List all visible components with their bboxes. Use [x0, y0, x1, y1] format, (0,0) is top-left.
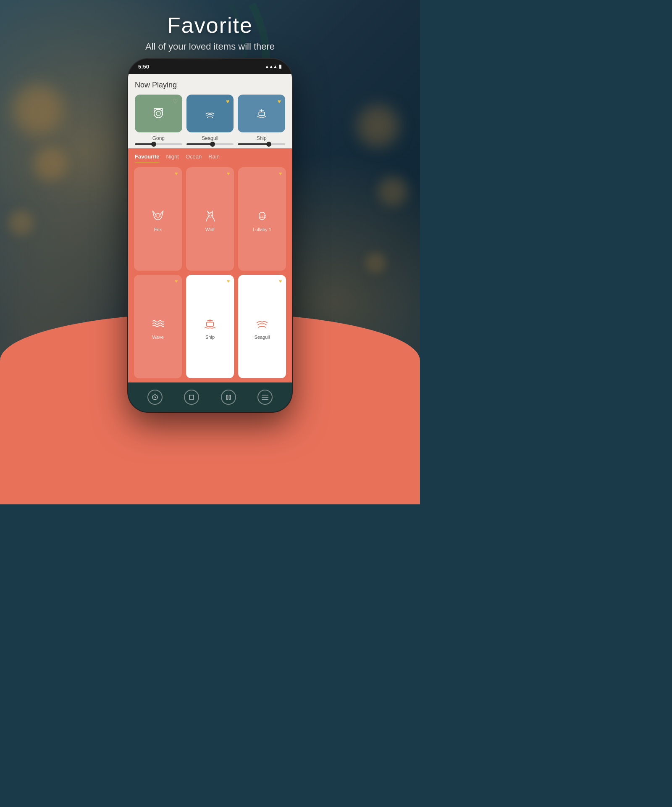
lullaby-heart: ♥ — [279, 171, 282, 177]
notch — [185, 59, 235, 71]
seagull2-heart: ♥ — [279, 278, 282, 284]
ship-card-col: ♥ Ship — [238, 95, 285, 145]
ship2-icon — [202, 315, 218, 332]
seagull-card-col: ♥ Seagull — [186, 95, 234, 145]
gong-slider-thumb — [151, 142, 156, 147]
svg-point-8 — [159, 215, 161, 217]
seagull-slider[interactable] — [186, 143, 234, 145]
tab-favourite[interactable]: Favourite — [135, 153, 160, 163]
lullaby-card[interactable]: ♥ zzZ Lullaby 1 — [238, 167, 286, 271]
wolf-icon — [202, 208, 218, 224]
ship-card[interactable]: ♥ — [238, 95, 285, 132]
pause-button[interactable] — [221, 390, 236, 405]
svg-text:zzZ: zzZ — [260, 214, 266, 219]
gong-card[interactable]: ♡ — [135, 95, 182, 132]
page-header: Favorite All of your loved items will th… — [0, 13, 420, 52]
history-icon — [152, 394, 158, 401]
ship-heart: ♥ — [278, 98, 281, 105]
ship2-heart: ♥ — [227, 278, 230, 284]
gong-label: Gong — [152, 135, 165, 141]
svg-rect-17 — [229, 395, 231, 399]
lullaby-icon: zzZ — [254, 208, 270, 224]
ship-label: Ship — [257, 135, 267, 141]
stop-button[interactable] — [184, 390, 199, 405]
now-playing-title: Now Playing — [135, 81, 285, 90]
seagull2-label: Seagull — [255, 335, 270, 340]
phone-frame: 5:50 ▲▲▲ ▮ Now Playing ♡ — [128, 59, 292, 412]
seagull-label: Seagull — [202, 135, 218, 141]
wave-label: Wave — [152, 335, 164, 340]
svg-point-10 — [211, 215, 212, 216]
tab-night[interactable]: Night — [166, 153, 179, 163]
favourite-section: Favourite Night Ocean Rain ♥ Fox — [128, 148, 292, 382]
ship2-label: Ship — [205, 335, 215, 340]
seagull-heart: ♥ — [226, 98, 229, 105]
favourite-tabs: Favourite Night Ocean Rain — [128, 148, 292, 163]
wave-heart: ♥ — [175, 278, 178, 284]
wave-card[interactable]: ♥ Wave — [134, 275, 182, 378]
ship-slider-thumb — [266, 142, 271, 147]
wolf-label: Wolf — [205, 227, 215, 232]
phone-screen: Now Playing ♡ Gon — [128, 74, 292, 382]
seagull2-icon — [254, 315, 270, 332]
seagull2-card[interactable]: ♥ Seagull — [238, 275, 286, 378]
page-title: Favorite — [0, 13, 420, 38]
svg-point-7 — [155, 215, 157, 217]
svg-rect-12 — [207, 322, 213, 326]
lullaby-label: Lullaby 1 — [253, 227, 271, 232]
svg-point-0 — [154, 109, 163, 118]
ship2-card[interactable]: ♥ Ship — [186, 275, 234, 378]
seagull-slider-thumb — [210, 142, 215, 147]
wolf-heart: ♥ — [227, 171, 230, 177]
status-bar: 5:50 ▲▲▲ ▮ — [128, 59, 292, 74]
gong-icon — [151, 106, 165, 121]
favourite-grid: ♥ Fox ♥ — [128, 163, 292, 382]
seagull-icon — [203, 106, 217, 121]
ship-icon — [255, 106, 269, 121]
svg-rect-16 — [226, 395, 228, 399]
tab-ocean[interactable]: Ocean — [186, 153, 202, 163]
gong-heart: ♡ — [173, 98, 178, 105]
signal-icon: ▲▲▲ — [265, 64, 277, 69]
status-time: 5:50 — [138, 63, 149, 70]
tab-rain[interactable]: Rain — [208, 153, 220, 163]
battery-icon: ▮ — [279, 63, 282, 69]
bottom-nav — [128, 382, 292, 412]
pause-icon — [226, 394, 231, 400]
ship-slider[interactable] — [238, 143, 285, 145]
wave-icon — [150, 315, 166, 332]
gong-slider[interactable] — [135, 143, 182, 145]
fox-icon — [150, 208, 166, 224]
svg-point-1 — [156, 111, 160, 116]
wolf-card[interactable]: ♥ Wolf — [186, 167, 234, 271]
menu-button[interactable] — [257, 390, 273, 405]
history-button[interactable] — [147, 390, 163, 405]
fox-heart: ♥ — [175, 171, 178, 177]
gong-card-col: ♡ Gong — [135, 95, 182, 145]
menu-icon — [262, 395, 268, 400]
stop-icon — [189, 394, 194, 400]
status-icons: ▲▲▲ ▮ — [265, 63, 282, 69]
svg-point-9 — [209, 215, 210, 216]
svg-rect-15 — [189, 395, 194, 399]
fox-card[interactable]: ♥ Fox — [134, 167, 182, 271]
seagull-card[interactable]: ♥ — [186, 95, 234, 132]
now-playing-cards: ♡ Gong — [135, 95, 285, 145]
fox-label: Fox — [154, 227, 162, 232]
svg-rect-5 — [259, 112, 265, 116]
now-playing-section: Now Playing ♡ Gon — [128, 74, 292, 148]
page-subtitle: All of your loved items will there — [0, 41, 420, 52]
